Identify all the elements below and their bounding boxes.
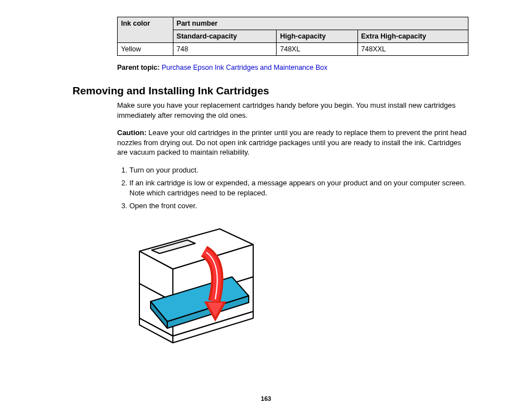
caution-text: Leave your old cartridges in the printer…	[117, 128, 467, 156]
th-high: High-capacity	[277, 30, 357, 43]
th-part-number: Part number	[173, 17, 468, 30]
th-extra-high: Extra High-capacity	[357, 30, 468, 43]
step-2: If an ink cartridge is low or expended, …	[129, 178, 468, 198]
th-standard: Standard-capacity	[173, 30, 277, 43]
cell-color: Yellow	[118, 43, 173, 56]
cell-standard: 748	[173, 43, 277, 56]
table-row: Yellow 748 748XL 748XXL	[118, 43, 468, 56]
document-page: Ink color Part number Standard-capacity …	[0, 0, 532, 412]
steps-list: Turn on your product. If an ink cartridg…	[117, 165, 468, 211]
printer-open-cover-icon	[120, 218, 265, 352]
parent-topic-label: Parent topic:	[117, 64, 159, 71]
th-ink-color: Ink color	[118, 17, 173, 43]
page-number: 163	[0, 395, 532, 402]
parent-topic: Parent topic: Purchase Epson Ink Cartrid…	[117, 64, 476, 71]
body-text: Make sure you have your replacement cart…	[117, 100, 468, 354]
cell-extra-high: 748XXL	[357, 43, 468, 56]
part-number-table: Ink color Part number Standard-capacity …	[117, 17, 468, 56]
parent-topic-link[interactable]: Purchase Epson Ink Cartridges and Mainte…	[162, 64, 327, 71]
intro-paragraph: Make sure you have your replacement cart…	[117, 100, 468, 120]
caution-paragraph: Caution: Leave your old cartridges in th…	[117, 128, 468, 157]
step-1: Turn on your product.	[129, 165, 468, 175]
cell-high: 748XL	[277, 43, 357, 56]
printer-diagram	[120, 218, 468, 354]
step-3: Open the front cover.	[129, 201, 468, 211]
caution-label: Caution:	[117, 128, 147, 137]
section-heading: Removing and Installing Ink Cartridges	[72, 85, 476, 97]
